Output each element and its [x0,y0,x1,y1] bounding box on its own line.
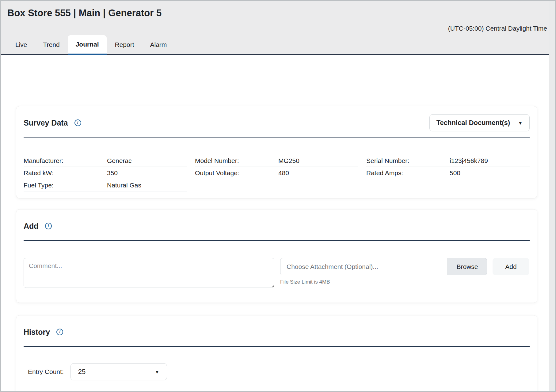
field-label: Fuel Type: [24,182,107,189]
survey-title: Survey Data [24,119,68,127]
entry-count-label: Entry Count: [28,368,64,375]
page-header: Box Store 555 | Main | Generator 5 (UTC-… [1,1,555,55]
survey-column-3: Serial Number: i123j456k789 Rated Amps: … [366,155,530,191]
file-size-note: File Size Limit is 4MB [280,279,487,285]
info-icon[interactable]: i [74,119,81,126]
field-value: MG250 [278,157,299,164]
field-label: Manufacturer: [24,157,107,164]
tab-alarm[interactable]: Alarm [142,35,175,54]
survey-column-2: Model Number: MG250 Output Voltage: 480 [195,155,358,191]
tab-live[interactable]: Live [7,35,35,54]
table-row: Model Number: MG250 [195,155,358,167]
browse-button[interactable]: Browse [447,258,487,275]
field-value: 480 [278,169,289,177]
info-icon[interactable]: i [56,329,63,335]
entry-count-row: Entry Count: 25 ▼ [24,363,530,380]
survey-divider [24,137,530,138]
field-value: Natural Gas [107,182,141,189]
table-row: Output Voltage: 480 [195,167,358,179]
add-card-header: Add i [24,217,530,235]
chevron-down-icon: ▼ [155,369,159,375]
add-divider [24,240,530,241]
attachment-group: Choose Attachment (Optional)... Browse F… [280,258,487,285]
table-row: Fuel Type: Natural Gas [24,179,187,191]
app-window: Box Store 555 | Main | Generator 5 (UTC-… [0,0,556,392]
field-label: Output Voltage: [195,169,278,177]
field-label: Serial Number: [366,157,450,164]
tab-trend[interactable]: Trend [35,35,68,54]
entry-count-dropdown[interactable]: 25 ▼ [70,363,167,380]
add-form: Choose Attachment (Optional)... Browse F… [24,258,530,288]
table-row: Serial Number: i123j456k789 [366,155,530,167]
entry-count-value: 25 [78,368,86,376]
technical-documents-dropdown[interactable]: Technical Document(s) ▼ [429,114,530,131]
survey-card-header: Survey Data i Technical Document(s) ▼ [24,114,530,131]
tab-journal[interactable]: Journal [68,35,107,55]
field-label: Rated Amps: [366,169,450,177]
add-title: Add [24,222,39,231]
timezone-label: (UTC-05:00) Central Daylight Time [7,25,548,32]
history-card-header: History i [24,323,530,341]
add-card: Add i Choose Attachment (Optional)... Br… [16,209,537,303]
history-divider [24,346,530,347]
field-value: Generac [107,157,132,164]
comment-input[interactable] [24,258,274,288]
table-row: Rated kW: 350 [24,167,187,179]
chevron-down-icon: ▼ [518,120,523,126]
add-button[interactable]: Add [493,258,529,275]
survey-table: Manufacturer: Generac Rated kW: 350 Fuel… [24,155,530,191]
info-icon[interactable]: i [45,223,52,229]
survey-data-card: Survey Data i Technical Document(s) ▼ Ma… [16,106,537,198]
attachment-filename-field[interactable]: Choose Attachment (Optional)... [280,258,448,275]
table-row: Rated Amps: 500 [366,167,530,179]
main-content: Survey Data i Technical Document(s) ▼ Ma… [1,55,555,392]
history-title: History [24,328,50,337]
attachment-row: Choose Attachment (Optional)... Browse [280,258,487,275]
technical-documents-value: Technical Document(s) [436,119,510,127]
field-label: Model Number: [195,157,278,164]
tab-report[interactable]: Report [107,35,142,54]
history-card: History i Entry Count: 25 ▼ [16,315,537,392]
field-label: Rated kW: [24,169,107,177]
vertical-scrollbar[interactable] [549,1,555,391]
field-value: 500 [450,169,460,177]
field-value: 350 [107,169,118,177]
page-title: Box Store 555 | Main | Generator 5 [7,8,548,19]
tab-bar: Live Trend Journal Report Alarm [7,35,548,54]
table-row: Manufacturer: Generac [24,155,187,167]
survey-column-1: Manufacturer: Generac Rated kW: 350 Fuel… [24,155,187,191]
field-value: i123j456k789 [450,157,488,164]
